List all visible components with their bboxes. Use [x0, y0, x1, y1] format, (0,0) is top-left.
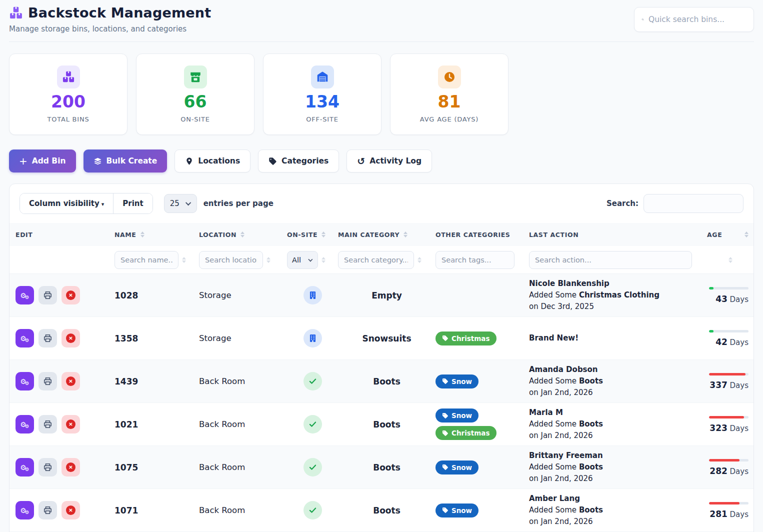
filter-tags-input[interactable] — [436, 251, 514, 269]
action-date: on Jan 2nd, 2026 — [529, 516, 702, 528]
action-user: Marla M — [529, 407, 702, 418]
row-print-button[interactable] — [38, 372, 57, 390]
onsite-check-icon — [304, 458, 322, 476]
age-progress-bar — [709, 502, 748, 504]
row-delete-button[interactable]: ✕ — [62, 329, 80, 348]
sort-icon — [266, 257, 270, 263]
circle-x-icon: ✕ — [66, 334, 76, 343]
clock-icon — [438, 66, 461, 88]
other-categories-cell: Snow — [436, 460, 529, 474]
table-search-input[interactable] — [644, 194, 744, 213]
locations-button[interactable]: Locations — [174, 150, 250, 172]
printer-icon — [43, 506, 52, 515]
page-size-select[interactable]: 25 — [164, 194, 197, 213]
row-edit-button[interactable]: ⚙⚙ — [16, 458, 34, 476]
add-bin-button[interactable]: + Add Bin — [9, 150, 76, 172]
row-edit-cell: ⚙⚙ ✕ — [16, 286, 114, 304]
row-print-button[interactable] — [38, 286, 57, 304]
location-pin-icon — [185, 157, 194, 166]
table-row: ⚙⚙ ✕ 1075 Back Room Boots Snow Brittany … — [10, 446, 754, 489]
action-user: Amber Lang — [529, 493, 702, 504]
activity-log-button[interactable]: ↺ Activity Log — [346, 150, 432, 172]
row-print-button[interactable] — [38, 501, 57, 520]
gears-icon: ⚙ — [25, 338, 30, 343]
actions-row: + Add Bin Bulk Create Locations Categori… — [9, 150, 754, 172]
tag-icon — [442, 412, 448, 419]
column-header-main-category[interactable]: MAIN CATEGORY — [338, 231, 436, 238]
age-cell: 43 Days — [707, 287, 754, 304]
filter-name-input[interactable] — [114, 251, 178, 269]
column-visibility-button[interactable]: Column visibility▾ — [20, 194, 113, 214]
quick-search-input[interactable] — [648, 15, 746, 24]
action-date: on Dec 3rd, 2025 — [529, 301, 702, 312]
filter-onsite-select[interactable]: All — [287, 251, 318, 269]
filter-category-input[interactable] — [338, 251, 414, 269]
print-button[interactable]: Print — [113, 194, 152, 214]
table-row: ⚙⚙ ✕ 1358 Storage Snowsuits Christmas Br… — [10, 317, 754, 360]
category-tag: Christmas — [436, 426, 496, 440]
category-tag: Snow — [436, 374, 478, 388]
plus-icon: + — [19, 156, 28, 166]
bin-name: 1028 — [114, 290, 199, 300]
stat-value: 134 — [305, 93, 340, 111]
row-delete-button[interactable]: ✕ — [62, 415, 80, 434]
sort-icon[interactable] — [404, 232, 408, 238]
row-edit-button[interactable]: ⚙⚙ — [16, 286, 34, 304]
gears-icon: ⚙ — [25, 467, 30, 472]
onsite-check-icon — [304, 415, 322, 434]
onsite-check-icon — [304, 501, 322, 520]
category-tag: Snow — [436, 460, 478, 474]
sort-icon[interactable] — [322, 232, 326, 238]
column-header-onsite[interactable]: ON-SITE — [287, 231, 338, 238]
onsite-cell — [287, 329, 338, 348]
bulk-create-button[interactable]: Bulk Create — [84, 150, 168, 172]
bulk-create-label: Bulk Create — [106, 156, 158, 166]
bin-name: 1021 — [114, 420, 199, 430]
tag-icon — [442, 335, 448, 342]
onsite-cell — [287, 415, 338, 434]
filter-action-input[interactable] — [529, 251, 692, 269]
printer-icon — [43, 376, 52, 386]
quick-search-box[interactable] — [634, 7, 754, 32]
tag-icon — [442, 430, 448, 436]
column-header-age[interactable]: AGE — [707, 231, 754, 238]
other-categories-cell: Snow — [436, 374, 529, 388]
row-delete-button[interactable]: ✕ — [62, 372, 80, 390]
row-delete-button[interactable]: ✕ — [62, 458, 80, 476]
bin-location: Back Room — [199, 420, 287, 429]
row-print-button[interactable] — [38, 458, 57, 476]
stat-card-total-bins: 200 TOTAL BINS — [9, 54, 128, 135]
printer-icon — [43, 290, 52, 300]
stat-card-avg-age: 81 AVG AGE (DAYS) — [390, 54, 508, 135]
tag-icon — [268, 157, 277, 166]
action-description: Added Some Boots — [529, 376, 702, 387]
row-print-button[interactable] — [38, 329, 57, 348]
row-edit-button[interactable]: ⚙⚙ — [16, 372, 34, 390]
sort-icon[interactable] — [240, 232, 244, 238]
sort-icon[interactable] — [140, 232, 144, 238]
stat-label: TOTAL BINS — [47, 116, 89, 123]
sort-icon[interactable] — [744, 232, 748, 238]
action-user: Nicole Blankenship — [529, 278, 702, 290]
row-delete-button[interactable]: ✕ — [62, 501, 80, 520]
column-header-name[interactable]: NAME — [114, 231, 199, 238]
row-delete-button[interactable]: ✕ — [62, 286, 80, 304]
circle-x-icon: ✕ — [66, 376, 76, 386]
row-edit-button[interactable]: ⚙⚙ — [16, 501, 34, 520]
row-edit-button[interactable]: ⚙⚙ — [16, 415, 34, 434]
table-controls: Column visibility▾ Print 25 entries per … — [10, 184, 754, 223]
tag-icon — [442, 507, 448, 514]
locations-label: Locations — [198, 156, 240, 166]
sort-icon — [322, 257, 326, 263]
filter-location-input[interactable] — [199, 251, 263, 269]
bin-name: 1358 — [114, 334, 199, 344]
row-print-button[interactable] — [38, 415, 57, 434]
row-edit-button[interactable]: ⚙⚙ — [16, 329, 34, 348]
circle-x-icon: ✕ — [66, 462, 76, 472]
column-header-other-categories: OTHER CATEGORIES — [436, 231, 529, 238]
check-icon — [308, 420, 318, 429]
column-header-location[interactable]: LOCATION — [199, 231, 287, 238]
last-action-text: Brand New! — [529, 332, 702, 344]
categories-button[interactable]: Categories — [258, 150, 339, 172]
last-action-cell: Marla MAdded Some Bootson Jan 2nd, 2026 — [529, 407, 707, 442]
